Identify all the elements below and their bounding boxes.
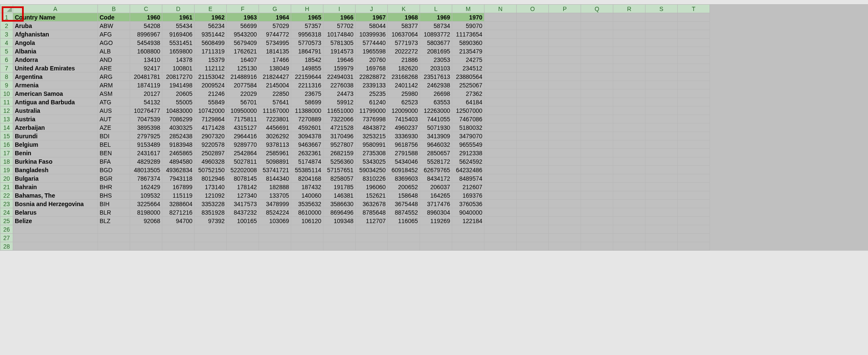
cell-L14[interactable]: 5071930	[420, 123, 452, 132]
cell-K14[interactable]: 4960237	[388, 123, 420, 132]
cell-Q11[interactable]	[581, 98, 613, 106]
cell-H12[interactable]: 11388000	[291, 106, 323, 115]
cell-T16[interactable]	[678, 140, 710, 149]
cell-M27[interactable]	[452, 234, 484, 242]
cell-R8[interactable]	[613, 73, 645, 81]
cell-M23[interactable]: 3760536	[452, 200, 484, 208]
cell-A22[interactable]: Bahamas, The	[13, 191, 98, 200]
cell-E11[interactable]: 55849	[195, 98, 227, 106]
cell-Q26[interactable]	[581, 225, 613, 234]
cell-D7[interactable]: 100801	[162, 64, 195, 73]
cell-R13[interactable]	[613, 115, 645, 123]
cell-M15[interactable]: 3479070	[452, 132, 484, 140]
cell-C9[interactable]: 1874119	[130, 81, 162, 89]
cell-E10[interactable]: 21246	[195, 89, 227, 98]
cell-A7[interactable]: United Arab Emirates	[13, 64, 98, 73]
cell-S26[interactable]	[645, 225, 678, 234]
cell-Q28[interactable]	[581, 242, 613, 251]
cell-E20[interactable]: 8012946	[195, 174, 227, 183]
cell-L27[interactable]	[420, 234, 452, 242]
cell-T21[interactable]	[678, 183, 710, 191]
cell-C11[interactable]: 54132	[130, 98, 162, 106]
cell-O11[interactable]	[517, 98, 549, 106]
cell-B25[interactable]: BLZ	[98, 217, 130, 225]
cell-D18[interactable]: 4894580	[162, 157, 195, 166]
cell-O16[interactable]	[517, 140, 549, 149]
cell-S12[interactable]	[645, 106, 678, 115]
cell-D17[interactable]: 2465865	[162, 149, 195, 157]
cell-T3[interactable]	[678, 30, 710, 39]
cell-G17[interactable]: 2585961	[259, 149, 291, 157]
cell-O13[interactable]	[517, 115, 549, 123]
cell-N24[interactable]	[484, 208, 517, 217]
col-header-D[interactable]: D	[162, 5, 195, 13]
cell-G19[interactable]: 53741721	[259, 166, 291, 174]
cell-R5[interactable]	[613, 47, 645, 56]
cell-O8[interactable]	[517, 73, 549, 81]
cell-R6[interactable]	[613, 56, 645, 64]
cell-N27[interactable]	[484, 234, 517, 242]
cell-I4[interactable]: 5781305	[323, 39, 356, 47]
cell-M20[interactable]: 8489574	[452, 174, 484, 183]
cell-J23[interactable]: 3632678	[356, 200, 388, 208]
cell-E27[interactable]	[195, 234, 227, 242]
cell-A27[interactable]	[13, 234, 98, 242]
cell-G15[interactable]: 3026292	[259, 132, 291, 140]
cell-P11[interactable]	[549, 98, 581, 106]
cell-D9[interactable]: 1941498	[162, 81, 195, 89]
cell-R20[interactable]	[613, 174, 645, 183]
cell-P22[interactable]	[549, 191, 581, 200]
cell-B5[interactable]: ALB	[98, 47, 130, 56]
col-header-Q[interactable]: Q	[581, 5, 613, 13]
cell-B24[interactable]: BLR	[98, 208, 130, 217]
cell-M24[interactable]: 9040000	[452, 208, 484, 217]
cell-Q5[interactable]	[581, 47, 613, 56]
cell-L6[interactable]: 23053	[420, 56, 452, 64]
cell-C6[interactable]: 13410	[130, 56, 162, 64]
cell-A9[interactable]: Armenia	[13, 81, 98, 89]
cell-I1[interactable]: 1966	[323, 13, 356, 22]
cell-I18[interactable]: 5256360	[323, 157, 356, 166]
cell-I5[interactable]: 1914573	[323, 47, 356, 56]
cell-H11[interactable]: 58699	[291, 98, 323, 106]
cell-M28[interactable]	[452, 242, 484, 251]
cell-J27[interactable]	[356, 234, 388, 242]
cell-N25[interactable]	[484, 217, 517, 225]
cell-J7[interactable]: 169768	[356, 64, 388, 73]
cell-Q25[interactable]	[581, 217, 613, 225]
cell-Q15[interactable]	[581, 132, 613, 140]
cell-L24[interactable]: 8960304	[420, 208, 452, 217]
row-header-13[interactable]: 13	[0, 115, 13, 123]
cell-S14[interactable]	[645, 123, 678, 132]
cell-I24[interactable]: 8696496	[323, 208, 356, 217]
cell-S16[interactable]	[645, 140, 678, 149]
cell-D15[interactable]: 2852438	[162, 132, 195, 140]
cell-B2[interactable]: ABW	[98, 22, 130, 30]
cell-C2[interactable]: 54208	[130, 22, 162, 30]
cell-N8[interactable]	[484, 73, 517, 81]
cell-N14[interactable]	[484, 123, 517, 132]
cell-N18[interactable]	[484, 157, 517, 166]
cell-L13[interactable]: 7441055	[420, 115, 452, 123]
cell-Q19[interactable]	[581, 166, 613, 174]
cell-P28[interactable]	[549, 242, 581, 251]
cell-J19[interactable]: 59034250	[356, 166, 388, 174]
cell-B27[interactable]	[98, 234, 130, 242]
cell-H9[interactable]: 2211316	[291, 81, 323, 89]
cell-A23[interactable]: Bosnia and Herzegovina	[13, 200, 98, 208]
row-header-12[interactable]: 12	[0, 106, 13, 115]
cell-L17[interactable]: 2850657	[420, 149, 452, 157]
cell-T18[interactable]	[678, 157, 710, 166]
cell-J8[interactable]: 22828872	[356, 73, 388, 81]
cell-D14[interactable]: 4030325	[162, 123, 195, 132]
cell-B7[interactable]: ARE	[98, 64, 130, 73]
cell-I27[interactable]	[323, 234, 356, 242]
row-header-24[interactable]: 24	[0, 208, 13, 217]
row-header-21[interactable]: 21	[0, 183, 13, 191]
cell-A16[interactable]: Belgium	[13, 140, 98, 149]
cell-M4[interactable]: 5890360	[452, 39, 484, 47]
row-header-28[interactable]: 28	[0, 242, 13, 251]
cell-R19[interactable]	[613, 166, 645, 174]
cell-C25[interactable]: 92068	[130, 217, 162, 225]
cell-F1[interactable]: 1963	[227, 13, 259, 22]
